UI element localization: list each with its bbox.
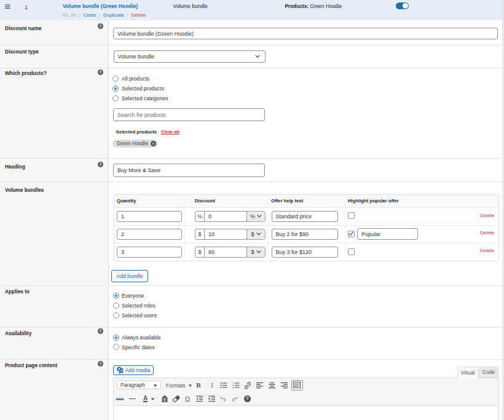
- svg-text:3: 3: [232, 386, 234, 389]
- svg-text:T: T: [163, 397, 166, 402]
